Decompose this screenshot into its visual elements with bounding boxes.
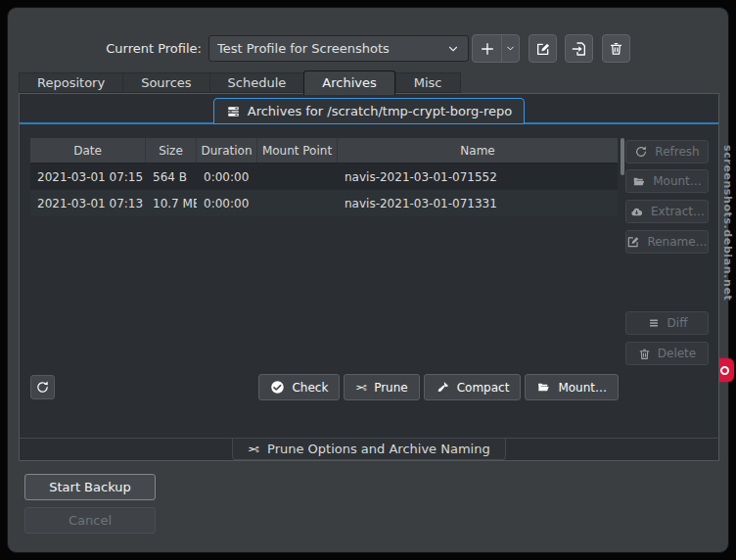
folder-open-icon	[536, 381, 551, 394]
column-header-date[interactable]: Date	[30, 138, 146, 163]
column-header-duration[interactable]: Duration	[197, 138, 257, 163]
tab-sources-label: Sources	[141, 75, 191, 90]
screenshot-root: { "colors": { "accent": "#3b97e3", "acce…	[0, 0, 736, 560]
archives-pane: Archives for /scratch/tmp-crypt-borg-rep…	[19, 93, 719, 461]
refresh-archive-button[interactable]: Refresh	[625, 140, 709, 163]
archive-table: Date Size Duration Mount Point Name 2021…	[30, 138, 618, 366]
archive-stack-icon	[226, 105, 241, 118]
diff-archive-label: Diff	[667, 316, 688, 330]
check-button[interactable]: Check	[258, 374, 340, 400]
rename-archive-button[interactable]: Rename…	[625, 230, 709, 254]
cell-name: navis-2021-03-01-071552	[338, 170, 618, 184]
cancel-button[interactable]: Cancel	[24, 507, 156, 534]
column-header-size[interactable]: Size	[146, 138, 197, 163]
current-profile-label: Current Profile:	[8, 41, 202, 56]
delete-profile-button[interactable]	[602, 34, 630, 63]
tab-sources[interactable]: Sources	[122, 72, 208, 93]
prune-button-label: Prune	[374, 381, 408, 395]
brush-icon	[436, 380, 450, 395]
cell-size: 564 B	[146, 170, 197, 184]
prune-section-tab-label: Prune Options and Archive Naming	[267, 442, 490, 456]
tab-schedule-label: Schedule	[228, 75, 287, 90]
archive-table-header: Date Size Duration Mount Point Name	[30, 138, 618, 163]
prune-section-tab-bar: ✂ Prune Options and Archive Naming	[20, 438, 718, 460]
mount-archive-button[interactable]: Mount…	[625, 169, 709, 193]
watermark: screenshots.debian.net	[721, 145, 734, 356]
archive-section-tab-label: Archives for /scratch/tmp-crypt-borg-rep…	[248, 104, 513, 118]
cell-name: navis-2021-03-01-071331	[338, 197, 618, 210]
cell-date: 2021-03-01 07:13	[30, 197, 146, 210]
main-tab-bar: Repository Sources Schedule Archives Mis…	[19, 70, 461, 93]
cell-size: 10.7 MB	[146, 197, 197, 210]
tab-archives-label: Archives	[322, 75, 376, 90]
scissors-icon: ✂	[355, 380, 367, 396]
table-scrollbar-handle[interactable]	[621, 138, 624, 175]
check-button-label: Check	[292, 381, 328, 395]
profile-select[interactable]: Test Profile for Screenshots	[208, 35, 469, 62]
tab-schedule[interactable]: Schedule	[209, 72, 304, 93]
delete-archive-button[interactable]: Delete	[625, 342, 709, 365]
tab-repository-label: Repository	[37, 75, 105, 90]
refresh-archive-label: Refresh	[655, 145, 699, 159]
start-backup-button[interactable]: Start Backup	[24, 474, 156, 500]
diff-lines-icon	[647, 317, 661, 329]
export-icon	[572, 41, 587, 57]
archive-section-tab[interactable]: Archives for /scratch/tmp-crypt-borg-rep…	[213, 98, 526, 124]
refresh-icon	[35, 380, 50, 395]
extract-archive-button[interactable]: Extract…	[625, 200, 709, 223]
repo-action-row: Check ✂ Prune Compact Mount…	[352, 374, 619, 400]
trash-icon	[638, 348, 651, 360]
prune-button[interactable]: ✂ Prune	[344, 374, 419, 400]
app-window: Current Profile: Test Profile for Screen…	[7, 7, 729, 553]
tab-repository[interactable]: Repository	[19, 72, 122, 93]
cancel-label: Cancel	[69, 513, 112, 528]
add-profile-menu-button[interactable]	[502, 35, 519, 62]
archive-row-1[interactable]: 2021-03-01 07:15 564 B 0:00:00 navis-202…	[30, 163, 618, 190]
refresh-list-button[interactable]	[30, 375, 55, 399]
scissors-icon: ✂	[248, 442, 259, 457]
watermark-text: screenshots.debian.net	[721, 145, 734, 301]
tab-archives[interactable]: Archives	[303, 70, 394, 95]
prune-section-tab[interactable]: ✂ Prune Options and Archive Naming	[232, 439, 505, 460]
mount-repo-button-label: Mount…	[558, 381, 607, 395]
folder-open-icon	[632, 175, 646, 188]
edit-icon	[626, 235, 640, 249]
compact-button-label: Compact	[457, 381, 510, 395]
plus-icon	[480, 41, 495, 57]
cloud-download-icon	[629, 206, 644, 218]
camera-lens-ring	[720, 366, 729, 375]
cell-date: 2021-03-01 07:15	[30, 170, 146, 184]
trash-icon	[609, 41, 623, 56]
export-profile-button[interactable]	[565, 34, 593, 63]
archive-section-tab-bar: Archives for /scratch/tmp-crypt-borg-rep…	[20, 94, 718, 124]
cell-duration: 0:00:00	[197, 170, 257, 184]
compact-button[interactable]: Compact	[424, 374, 522, 400]
delete-archive-label: Delete	[658, 347, 696, 360]
tab-misc-label: Misc	[414, 75, 442, 90]
chevron-down-icon	[505, 43, 516, 54]
rename-archive-label: Rename…	[647, 235, 707, 249]
extract-archive-label: Extract…	[651, 205, 705, 218]
rename-profile-button[interactable]	[529, 34, 557, 63]
diff-archive-button[interactable]: Diff	[625, 311, 709, 335]
mount-repo-button[interactable]: Mount…	[525, 374, 619, 400]
mount-archive-label: Mount…	[653, 174, 702, 188]
edit-icon	[535, 41, 551, 57]
profile-select-value: Test Profile for Screenshots	[217, 41, 446, 56]
cell-duration: 0:00:00	[197, 197, 257, 210]
start-backup-label: Start Backup	[49, 480, 131, 494]
chevron-down-icon	[446, 42, 460, 56]
check-circle-icon	[270, 380, 285, 395]
archive-row-2[interactable]: 2021-03-01 07:13 10.7 MB 0:00:00 navis-2…	[30, 190, 618, 216]
tab-misc[interactable]: Misc	[395, 72, 461, 93]
refresh-icon	[634, 145, 648, 159]
add-profile-button[interactable]	[473, 35, 502, 62]
column-header-name[interactable]: Name	[338, 138, 618, 163]
column-header-mount-point[interactable]: Mount Point	[257, 138, 338, 163]
add-profile-split-button[interactable]	[472, 34, 520, 63]
profile-bar: Current Profile: Test Profile for Screen…	[8, 35, 728, 65]
